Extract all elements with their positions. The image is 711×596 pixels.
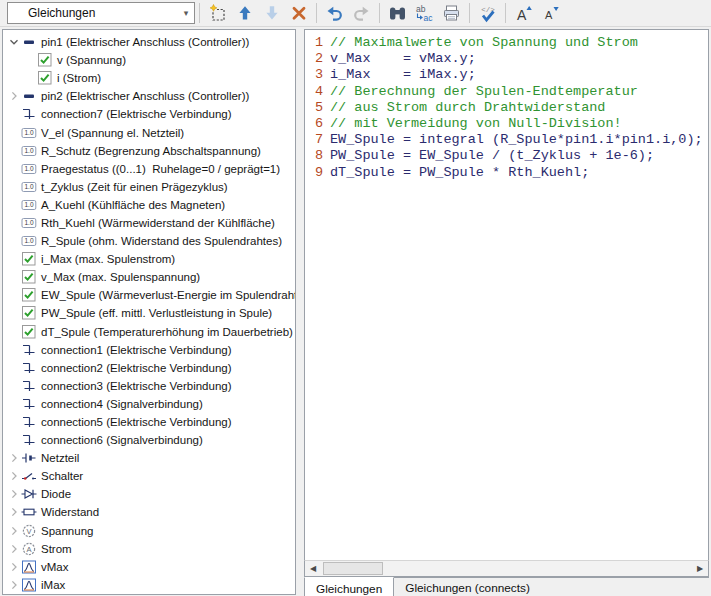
font-decrease-button[interactable]: A — [538, 2, 563, 24]
tree-item[interactable]: 1.0Praegestatus ((0...1) Ruhelage=0 / ge… — [3, 160, 295, 178]
expand-chevron-icon[interactable] — [7, 544, 21, 554]
tree-item-label: i (Strom) — [57, 72, 101, 84]
tree-item[interactable]: 1.0R_Spule (ohm. Widerstand des Spulendr… — [3, 232, 295, 250]
checkbox-checked-icon[interactable] — [37, 52, 53, 68]
undo-button[interactable] — [322, 2, 347, 24]
tree-item[interactable]: connection4 (Signalverbindung) — [3, 395, 295, 413]
tree-item[interactable]: Schalter — [3, 467, 295, 485]
tab-gleichungen[interactable]: Gleichungen — [304, 577, 394, 596]
collapse-chevron-icon[interactable] — [7, 37, 21, 47]
code-line[interactable]: 9dT_Spule = PW_Spule * Rth_Kuehl; — [305, 165, 708, 181]
line-number: 2 — [309, 51, 323, 67]
checkbox-checked-icon[interactable] — [37, 70, 53, 86]
tree-item[interactable]: VSpannung — [3, 522, 295, 540]
tree-item[interactable]: PW_Spule (eff. mittl. Verlustleistung in… — [3, 304, 295, 322]
code-line[interactable]: 5// aus Strom durch Drahtwiderstand — [305, 100, 708, 116]
view-selector-combobox[interactable]: Gleichungen ▾ — [7, 2, 195, 24]
tree-item[interactable]: connection7 (Elektrische Verbindung) — [3, 105, 295, 123]
tree-item-label: Strom — [41, 543, 72, 555]
code-line[interactable]: 1// Maximalwerte von Spannung und Strom — [305, 35, 708, 51]
scroll-left-arrow-icon[interactable]: ◀ — [305, 561, 321, 576]
equation-code-editor[interactable]: 1// Maximalwerte von Spannung und Strom2… — [304, 29, 709, 560]
tree-item[interactable]: pin2 (Elektrischer Anschluss (Controller… — [3, 87, 295, 105]
code-line[interactable]: 2v_Max = vMax.y; — [305, 51, 708, 67]
replace-ab-ac-icon: abac — [414, 4, 435, 22]
expand-chevron-icon[interactable] — [7, 91, 21, 101]
tab-gleichungen-connects[interactable]: Gleichungen (connects) — [394, 578, 541, 596]
tree-item[interactable]: connection2 (Elektrische Verbindung) — [3, 359, 295, 377]
tree-item[interactable]: connection6 (Signalverbindung) — [3, 431, 295, 449]
scrollbar-thumb[interactable] — [323, 562, 383, 575]
arrow-up-icon — [236, 4, 254, 22]
checkbox-checked-icon[interactable] — [21, 251, 37, 267]
tree-item-label: Rth_Kuehl (Wärmewiderstand der Kühlfläch… — [41, 217, 275, 229]
tree-item[interactable]: i_Max (max. Spulenstrom) — [3, 250, 295, 268]
tree-item[interactable]: connection3 (Elektrische Verbindung) — [3, 377, 295, 395]
tree-item[interactable]: v_Max (max. Spulenspannung) — [3, 268, 295, 286]
move-down-button[interactable] — [259, 2, 284, 24]
expand-chevron-icon[interactable] — [7, 453, 21, 463]
tree-item[interactable]: vMax — [3, 558, 295, 576]
checkbox-checked-icon[interactable] — [21, 305, 37, 321]
move-up-button[interactable] — [232, 2, 257, 24]
tree-item[interactable]: 1.0V_el (Spannung el. Netzteil) — [3, 123, 295, 141]
code-line[interactable]: 8PW_Spule = EW_Spule / (t_Zyklus + 1e-6)… — [305, 148, 708, 164]
tree-item[interactable]: Widerstand — [3, 503, 295, 521]
font-decrease-icon: A — [541, 4, 560, 22]
validate-code-button[interactable]: </> — [475, 2, 500, 24]
checkbox-checked-icon[interactable] — [21, 287, 37, 303]
expand-chevron-icon[interactable] — [7, 489, 21, 499]
schalter-icon — [21, 468, 37, 484]
font-increase-button[interactable]: A — [511, 2, 536, 24]
checkbox-checked-icon[interactable] — [21, 324, 37, 340]
print-button[interactable] — [439, 2, 464, 24]
find-button[interactable] — [385, 2, 410, 24]
tree-item[interactable]: i (Strom) — [3, 69, 295, 87]
code-line[interactable]: 6// mit Vermeidung von Null-Division! — [305, 116, 708, 132]
new-equation-button[interactable] — [205, 2, 230, 24]
chevron-down-icon[interactable]: ▾ — [178, 9, 194, 18]
code-line[interactable]: 4// Berechnung der Spulen-Endtemperatur — [305, 84, 708, 100]
tree-item-label: Netzteil — [41, 452, 79, 464]
expand-chevron-icon[interactable] — [7, 562, 21, 572]
line-number: 5 — [309, 100, 323, 116]
tree-item[interactable]: iMax — [3, 576, 295, 594]
tree-item[interactable]: dT_Spule (Temperaturerhöhung im Dauerbet… — [3, 323, 295, 341]
tree-item[interactable]: connection5 (Elektrische Verbindung) — [3, 413, 295, 431]
svg-text:1.0: 1.0 — [24, 201, 33, 208]
diode-icon — [21, 486, 37, 502]
tree-item[interactable]: 1.0Rth_Kuehl (Wärmewiderstand der Kühlfl… — [3, 214, 295, 232]
tree-item[interactable]: pin1 (Elektrischer Anschluss (Controller… — [3, 33, 295, 51]
redo-button[interactable] — [349, 2, 374, 24]
delete-button[interactable] — [286, 2, 311, 24]
toolbar: Gleichungen ▾ abac</>AA — [0, 0, 711, 27]
replace-button[interactable]: abac — [412, 2, 437, 24]
tree-item[interactable]: connection1 (Elektrische Verbindung) — [3, 341, 295, 359]
connection-icon — [21, 378, 37, 394]
scrollbar-track[interactable] — [321, 561, 692, 576]
tree-item[interactable]: 1.0R_Schutz (Begrenzung Abschaltspannung… — [3, 142, 295, 160]
tree-item[interactable]: 1.0A_Kuehl (Kühlfläche des Magneten) — [3, 196, 295, 214]
scroll-right-arrow-icon[interactable]: ▶ — [692, 561, 708, 576]
tree-item[interactable]: v (Spannung) — [3, 51, 295, 69]
expand-chevron-icon[interactable] — [7, 507, 21, 517]
model-tree-panel[interactable]: pin1 (Elektrischer Anschluss (Controller… — [2, 29, 296, 595]
code-line[interactable]: 7EW_Spule = integral (R_Spule*pin1.i*pin… — [305, 132, 708, 148]
svg-text:1.0: 1.0 — [24, 219, 33, 226]
tree-item-label: v (Spannung) — [57, 54, 126, 66]
expand-chevron-icon[interactable] — [7, 580, 21, 590]
tree-item[interactable]: AStrom — [3, 540, 295, 558]
redo-arrow-icon — [352, 5, 371, 22]
expand-chevron-icon[interactable] — [7, 471, 21, 481]
panel-splitter[interactable] — [296, 29, 304, 590]
code-line[interactable]: 3i_Max = iMax.y; — [305, 67, 708, 83]
tree-item-label: iMax — [41, 579, 65, 591]
code-comment-text: // Maximalwerte von Spannung und Strom — [330, 35, 638, 51]
tree-item[interactable]: Netzteil — [3, 449, 295, 467]
editor-horizontal-scrollbar[interactable]: ◀ ▶ — [304, 560, 709, 577]
checkbox-checked-icon[interactable] — [21, 269, 37, 285]
tree-item[interactable]: EW_Spule (Wärmeverlust-Energie im Spulen… — [3, 286, 295, 304]
tree-item[interactable]: Diode — [3, 485, 295, 503]
expand-chevron-icon[interactable] — [7, 526, 21, 536]
tree-item[interactable]: 1.0t_Zyklus (Zeit für einen Prägezyklus) — [3, 178, 295, 196]
